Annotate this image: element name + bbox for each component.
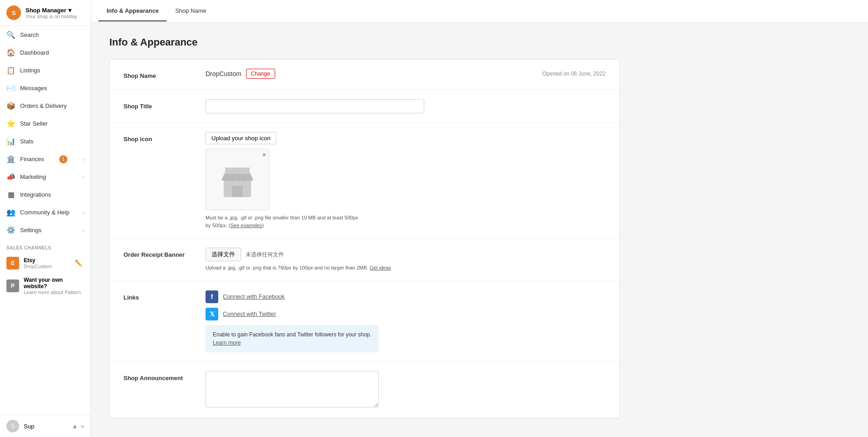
- sidebar-item-finances[interactable]: 🏛️ Finances 1 ›: [0, 150, 91, 168]
- sidebar-item-label: Dashboard: [20, 49, 49, 56]
- pattern-channel[interactable]: P Want your own website? Learn more abou…: [0, 273, 91, 299]
- integrations-icon: ▦: [6, 190, 15, 199]
- tab-info-appearance[interactable]: Info & Appearance: [98, 1, 167, 21]
- shop-manager-title: Shop Manager ▾: [26, 7, 84, 14]
- shop-title-label: Shop Title: [123, 99, 196, 110]
- sidebar-item-label: Star Seller: [20, 120, 48, 127]
- sidebar-item-label: Search: [20, 31, 39, 38]
- footer-avatar: S: [6, 420, 19, 432]
- etsy-edit-button[interactable]: ✏️: [73, 258, 84, 269]
- opened-date: Opened on 06 June, 2022: [542, 71, 606, 77]
- upload-icon-button[interactable]: Upload your shop icon: [205, 132, 276, 144]
- avatar: S: [6, 5, 21, 20]
- finances-arrow: ›: [82, 157, 84, 162]
- facebook-icon: f: [205, 290, 218, 303]
- pattern-icon: P: [6, 279, 19, 292]
- icon-preview-box: ×: [205, 149, 269, 210]
- sidebar-nav: 🔍 Search 🏠 Dashboard 📋 Listings ✉️ Messa…: [0, 26, 91, 239]
- search-icon: 🔍: [6, 30, 15, 39]
- twitter-icon: 𝕏: [205, 308, 218, 320]
- sidebar-item-label: Stats: [20, 138, 34, 145]
- learn-more-link[interactable]: Learn more: [213, 340, 241, 346]
- collapse-icon[interactable]: «: [81, 422, 84, 430]
- sidebar-item-label: Orders & Delivery: [20, 102, 67, 109]
- sidebar-item-integrations[interactable]: ▦ Integrations: [0, 186, 91, 203]
- pattern-channel-sub: Learn more about Pattern: [24, 290, 84, 295]
- sidebar-item-settings[interactable]: ⚙️ Settings ›: [0, 221, 91, 239]
- shop-title-row: Shop Title: [110, 90, 619, 123]
- sidebar-item-dashboard[interactable]: 🏠 Dashboard: [0, 44, 91, 61]
- community-icon: 👥: [6, 208, 15, 217]
- connect-twitter-link[interactable]: Connect with Twitter: [223, 310, 276, 317]
- sidebar-item-label: Listings: [20, 67, 40, 74]
- sales-channels-label: SALES CHANNELS: [0, 239, 91, 253]
- etsy-channel[interactable]: E Etsy DropCustom ✏️: [0, 253, 91, 273]
- file-choose-button[interactable]: 选择文件: [205, 248, 241, 261]
- shop-icon-placeholder: [217, 159, 258, 200]
- community-arrow: ›: [82, 210, 84, 215]
- upload-hint: Upload a .jpg, .gif or .png that is 760p…: [205, 264, 606, 272]
- shop-icon-label: Shop icon: [123, 132, 196, 142]
- shop-title-input[interactable]: [205, 99, 424, 113]
- shop-name-value: DropCustom: [205, 70, 241, 77]
- shop-name-label: Shop Name: [123, 69, 196, 79]
- main-content: Info & Appearance Shop Name Info & Appea…: [91, 0, 868, 437]
- etsy-channel-name: Etsy: [24, 257, 68, 264]
- svg-rect-1: [232, 186, 243, 197]
- connect-facebook-link[interactable]: Connect with Facebook: [223, 293, 285, 300]
- sidebar-item-label: Community & Help: [20, 209, 69, 216]
- sidebar-item-label: Marketing: [20, 173, 46, 180]
- icon-hint: Must be a .jpg, .gif or .png file smalle…: [205, 214, 360, 229]
- footer-username: Sup: [24, 423, 67, 430]
- shop-announcement-label: Shop Announcement: [123, 371, 196, 381]
- finances-badge: 1: [59, 155, 67, 163]
- pattern-channel-name: Want your own website?: [24, 277, 84, 290]
- sidebar: S Shop Manager ▾ Your shop is on holiday…: [0, 0, 91, 437]
- sidebar-item-community[interactable]: 👥 Community & Help ›: [0, 203, 91, 221]
- sidebar-item-marketing[interactable]: 📣 Marketing ›: [0, 168, 91, 186]
- etsy-channel-sub: DropCustom: [24, 264, 68, 269]
- announcement-textarea[interactable]: [205, 371, 379, 407]
- top-tabs: Info & Appearance Shop Name: [91, 0, 868, 23]
- shop-manager-header[interactable]: S Shop Manager ▾ Your shop is on holiday: [0, 0, 91, 26]
- sidebar-item-label: Settings: [20, 227, 41, 234]
- sidebar-item-orders[interactable]: 📦 Orders & Delivery: [0, 97, 91, 115]
- listings-icon: 📋: [6, 66, 15, 75]
- settings-icon: ⚙️: [6, 226, 15, 234]
- expand-icon[interactable]: ▲: [72, 422, 78, 430]
- home-icon: 🏠: [6, 48, 15, 57]
- see-examples-link[interactable]: See examples: [230, 223, 262, 228]
- sidebar-footer: S Sup ▲ «: [0, 415, 91, 437]
- sidebar-item-stats[interactable]: 📊 Stats: [0, 132, 91, 150]
- social-info-box: Enable to gain Facebook fans and Twitter…: [205, 325, 379, 352]
- sidebar-item-messages[interactable]: ✉️ Messages: [0, 79, 91, 97]
- order-receipt-row: Order Receipt Banner 选择文件 未选择任何文件 Upload…: [110, 239, 619, 281]
- sidebar-item-star-seller[interactable]: ⭐ Star Seller: [0, 115, 91, 132]
- sidebar-item-label: Messages: [20, 85, 47, 91]
- sidebar-item-label: Finances: [20, 156, 44, 163]
- file-no-file: 未选择任何文件: [246, 251, 284, 259]
- settings-arrow: ›: [82, 228, 84, 233]
- sidebar-item-listings[interactable]: 📋 Listings: [0, 61, 91, 79]
- svg-rect-8: [225, 168, 250, 174]
- shop-status: Your shop is on holiday: [26, 14, 84, 19]
- star-icon: ⭐: [6, 119, 15, 128]
- shop-name-row: Shop Name DropCustom Change Opened on 06…: [110, 60, 619, 90]
- dropdown-icon: ▾: [68, 7, 72, 14]
- content-area: Info & Appearance Shop Name DropCustom C…: [91, 23, 638, 432]
- shop-announcement-row: Shop Announcement: [110, 362, 619, 418]
- get-ideas-link[interactable]: Get ideas: [370, 265, 391, 270]
- marketing-arrow: ›: [82, 174, 84, 180]
- shop-icon-row: Shop icon Upload your shop icon ×: [110, 123, 619, 239]
- tab-shop-name[interactable]: Shop Name: [167, 1, 215, 21]
- links-label: Links: [123, 290, 196, 301]
- stats-icon: 📊: [6, 137, 15, 146]
- info-form-card: Shop Name DropCustom Change Opened on 06…: [109, 59, 620, 418]
- links-row: Links f Connect with Facebook 𝕏 Connect …: [110, 281, 619, 362]
- finances-icon: 🏛️: [6, 155, 15, 163]
- icon-close-button[interactable]: ×: [262, 151, 266, 158]
- sidebar-item-label: Integrations: [20, 191, 51, 198]
- change-shop-name-button[interactable]: Change: [246, 69, 275, 79]
- sidebar-item-search[interactable]: 🔍 Search: [0, 26, 91, 44]
- order-receipt-label: Order Receipt Banner: [123, 248, 196, 258]
